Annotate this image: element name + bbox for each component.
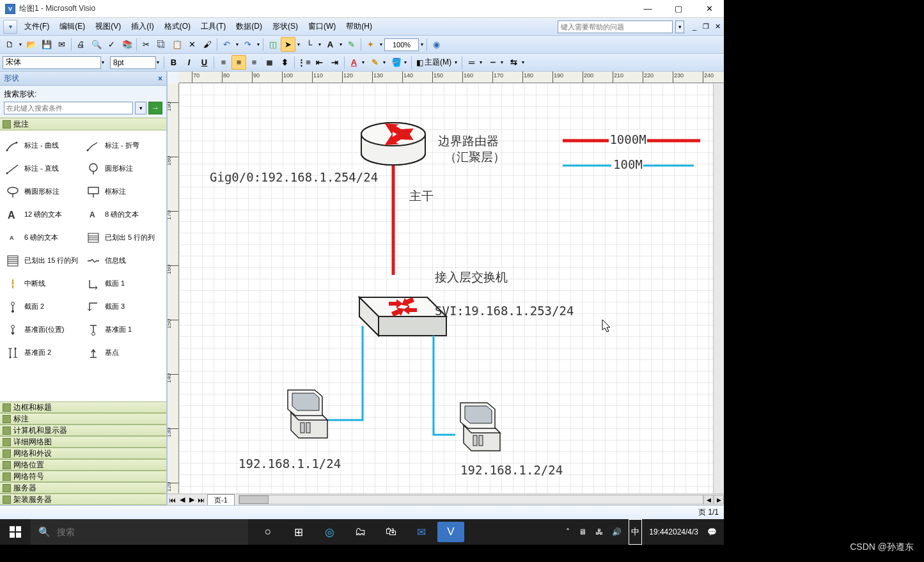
- explorer-icon[interactable]: 🗂: [345, 519, 375, 545]
- visio-taskbar-icon[interactable]: V: [437, 522, 464, 542]
- router-shape[interactable]: [361, 118, 425, 165]
- italic-button[interactable]: I: [182, 55, 196, 70]
- edge-icon[interactable]: ◎: [315, 519, 344, 545]
- align-center-button[interactable]: ≡: [231, 55, 246, 70]
- fill-color-button[interactable]: 🪣: [389, 55, 403, 70]
- print-preview-button[interactable]: 🔍: [89, 37, 104, 52]
- stencil-header[interactable]: 详细网络图: [0, 436, 166, 448]
- ink-tool-button[interactable]: ✎: [344, 37, 359, 52]
- format-painter-button[interactable]: 🖌: [200, 37, 215, 52]
- help-button[interactable]: ◉: [429, 37, 444, 52]
- zoom-input[interactable]: [384, 38, 419, 51]
- bullets-button[interactable]: ⋮≡: [297, 55, 311, 70]
- bold-button[interactable]: B: [166, 55, 181, 70]
- shapes-pane-close-button[interactable]: ×: [158, 74, 162, 83]
- stencil-item[interactable]: A6 磅的文本: [3, 226, 83, 249]
- tray-volume-icon[interactable]: 🔊: [610, 519, 623, 545]
- page-prev-button[interactable]: ◀: [177, 495, 187, 504]
- menu-file[interactable]: 文件(F): [19, 19, 54, 35]
- stencil-item[interactable]: 基准面(位置): [3, 318, 83, 341]
- font-size-selector[interactable]: [110, 56, 156, 69]
- stencil-item[interactable]: 信息线: [83, 249, 164, 272]
- stencil-item[interactable]: 截面 3: [83, 295, 164, 318]
- connector-tool-button[interactable]: └: [302, 37, 317, 52]
- stencil-header[interactable]: 网络位置: [0, 459, 166, 471]
- control-box-icon[interactable]: ▾: [3, 20, 17, 34]
- redo-button[interactable]: ↷: [240, 37, 255, 52]
- help-search-input[interactable]: [558, 20, 673, 33]
- pc1-shape[interactable]: [288, 390, 327, 438]
- stencil-item[interactable]: 截面 1: [83, 272, 164, 295]
- page-last-button[interactable]: ⏭: [196, 495, 206, 504]
- research-button[interactable]: 📚: [120, 37, 134, 52]
- tray-up-icon[interactable]: ˄: [564, 519, 572, 545]
- stencil-item[interactable]: A12 磅的文本: [3, 203, 83, 226]
- pc2-shape[interactable]: [460, 403, 500, 451]
- font-color-button[interactable]: A: [347, 55, 361, 70]
- stencil-item[interactable]: 基准面 1: [83, 318, 164, 341]
- new-button[interactable]: 🗋: [3, 37, 17, 52]
- increase-indent-button[interactable]: ⇥: [327, 55, 342, 70]
- mdi-minimize-button[interactable]: _: [689, 22, 700, 32]
- link-pc2[interactable]: [434, 336, 455, 435]
- shapes-button[interactable]: ◫: [265, 37, 280, 52]
- start-button[interactable]: [0, 519, 31, 545]
- stencil-item[interactable]: 标注 - 折弯: [83, 134, 164, 157]
- line-color-button[interactable]: ✎: [368, 55, 382, 70]
- distribute-button[interactable]: ⬍: [278, 55, 292, 70]
- pointer-tool-button[interactable]: ➤: [281, 37, 295, 52]
- delete-button[interactable]: ✕: [185, 37, 200, 52]
- help-search-dropdown[interactable]: ▾: [675, 20, 684, 33]
- tray-network-icon[interactable]: 🖧: [593, 519, 605, 545]
- stencil-item[interactable]: 中断线: [3, 272, 83, 295]
- hscroll-left-button[interactable]: ◀: [703, 495, 714, 504]
- hscroll-right-button[interactable]: ▶: [714, 495, 724, 504]
- taskbar-search[interactable]: 🔍: [31, 519, 248, 545]
- line-ends-button[interactable]: ⇆: [506, 55, 521, 70]
- stencil-item[interactable]: A8 磅的文本: [83, 203, 164, 226]
- undo-button[interactable]: ↶: [219, 37, 234, 52]
- connection-point-button[interactable]: ✦: [363, 37, 378, 52]
- menu-view[interactable]: 视图(V): [90, 19, 126, 35]
- cortana-icon[interactable]: ○: [253, 519, 283, 545]
- stencil-item[interactable]: 椭圆形标注: [3, 180, 83, 203]
- minimize-button[interactable]: —: [638, 3, 657, 15]
- store-icon[interactable]: 🛍: [376, 519, 405, 545]
- line-pattern-button[interactable]: ┄: [485, 55, 500, 70]
- close-button[interactable]: ✕: [700, 3, 719, 15]
- open-button[interactable]: 📂: [24, 37, 38, 52]
- menu-tools[interactable]: 工具(T): [196, 19, 231, 35]
- task-view-icon[interactable]: ⊞: [284, 519, 313, 545]
- shapes-search-dropdown[interactable]: ▾: [135, 102, 146, 114]
- stencil-item[interactable]: 框标注: [83, 180, 164, 203]
- stencil-header[interactable]: 计算机和显示器: [0, 425, 166, 436]
- action-center-icon[interactable]: 💬: [705, 519, 719, 545]
- stencil-header-active[interactable]: 批注: [0, 118, 166, 130]
- stencil-item[interactable]: 圆形标注: [83, 157, 164, 180]
- email-button[interactable]: ✉: [54, 37, 69, 52]
- mail-icon[interactable]: ✉: [407, 519, 436, 545]
- horizontal-scrollbar[interactable]: [239, 495, 703, 504]
- tray-monitor-icon[interactable]: 🖥: [577, 519, 588, 545]
- stencil-item[interactable]: 标注 - 直线: [3, 157, 83, 180]
- menu-format[interactable]: 格式(O): [159, 19, 196, 35]
- page-next-button[interactable]: ▶: [187, 495, 196, 504]
- drawing-canvas[interactable]: 1000M 100M: [179, 83, 713, 494]
- mdi-restore-button[interactable]: ❐: [701, 22, 711, 32]
- stencil-header[interactable]: 网络和外设: [0, 448, 166, 459]
- stencil-item[interactable]: 已划出 15 行的列: [3, 249, 83, 272]
- copy-button[interactable]: ⿻: [154, 37, 169, 52]
- menu-help[interactable]: 帮助(H): [341, 19, 377, 35]
- align-justify-button[interactable]: ≣: [262, 55, 277, 70]
- stencil-item[interactable]: 已划出 5 行的列: [83, 226, 164, 249]
- page-first-button[interactable]: ⏮: [168, 495, 177, 504]
- link-pc1[interactable]: [326, 326, 363, 420]
- text-tool-button[interactable]: A: [323, 37, 338, 52]
- shapes-search-go-button[interactable]: →: [148, 102, 162, 114]
- menu-window[interactable]: 窗口(W): [303, 19, 341, 35]
- stencil-header[interactable]: 网络符号: [0, 471, 166, 482]
- cut-button[interactable]: ✂: [139, 37, 153, 52]
- stencil-header[interactable]: 标注: [0, 413, 166, 425]
- page-tab-1[interactable]: 页-1: [207, 494, 235, 506]
- decrease-indent-button[interactable]: ⇤: [312, 55, 327, 70]
